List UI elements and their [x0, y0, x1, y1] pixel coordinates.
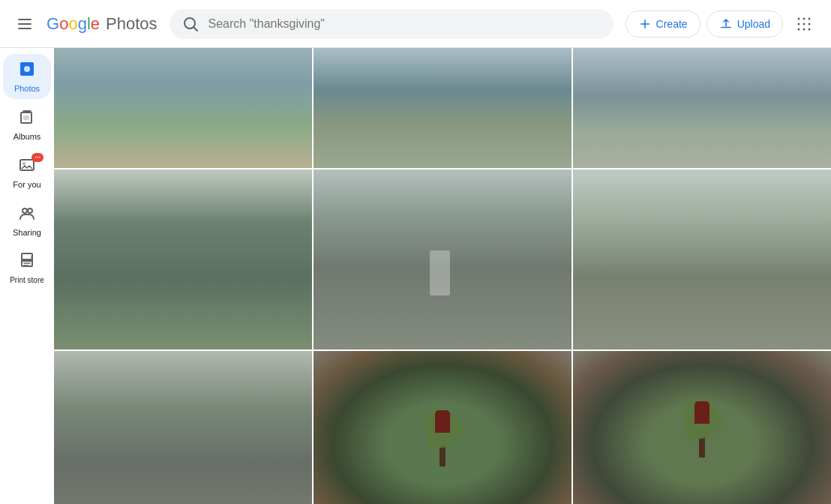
svg-point-7 [798, 22, 800, 25]
photos-icon [18, 60, 36, 81]
grid-dots-icon [795, 15, 813, 33]
photo-cell-1[interactable] [54, 48, 312, 168]
photo-cell-2[interactable] [314, 48, 572, 168]
svg-point-22 [31, 256, 33, 259]
sidebar-item-albums[interactable]: Albums [3, 102, 51, 147]
create-button[interactable]: Create [626, 10, 700, 38]
logo[interactable]: Google Photos [46, 14, 158, 34]
apps-button[interactable] [789, 9, 819, 39]
photo-cell-5[interactable] [314, 170, 572, 350]
header: Google Photos Create Upload [0, 0, 831, 48]
photo-cell-3[interactable] [573, 48, 831, 168]
header-left: Google Photos [12, 13, 158, 35]
logo-google: Google [46, 14, 100, 34]
sidebar-item-photos-label: Photos [14, 84, 40, 93]
svg-point-9 [808, 22, 811, 25]
search-input[interactable] [208, 17, 602, 31]
sidebar: Photos Albums ··· Fo [0, 48, 54, 504]
svg-rect-16 [23, 116, 29, 120]
menu-button[interactable] [12, 13, 38, 35]
logo-photos-text: Photos [106, 14, 158, 34]
svg-point-10 [798, 28, 800, 30]
photo-cell-4[interactable] [54, 170, 312, 350]
search-bar[interactable] [170, 9, 614, 39]
svg-point-8 [803, 22, 806, 25]
photo-row-3 [54, 351, 831, 504]
sidebar-item-photos[interactable]: Photos [3, 54, 51, 99]
sidebar-item-sharing[interactable]: Sharing [3, 198, 51, 243]
svg-point-11 [803, 28, 806, 30]
photo-row-2 [54, 170, 831, 350]
for-you-badge: ··· [32, 153, 44, 162]
plus-icon [638, 17, 652, 31]
albums-icon [18, 108, 36, 129]
svg-point-4 [798, 17, 800, 20]
sidebar-item-albums-label: Albums [14, 132, 41, 141]
sharing-icon [18, 204, 36, 225]
svg-point-6 [808, 17, 811, 20]
svg-point-12 [808, 28, 811, 30]
photo-cell-7[interactable] [54, 351, 312, 504]
photo-row-1 [54, 48, 831, 168]
svg-point-14 [24, 66, 30, 72]
svg-point-19 [22, 208, 27, 213]
svg-point-18 [22, 162, 26, 165]
search-icon [182, 15, 200, 33]
sidebar-item-sharing-label: Sharing [13, 228, 41, 237]
photo-cell-9[interactable] [573, 351, 831, 504]
print-store-icon [18, 252, 36, 273]
sidebar-item-for-you[interactable]: ··· For you [3, 150, 51, 195]
svg-line-1 [194, 27, 197, 31]
photo-cell-6[interactable] [573, 170, 831, 350]
upload-icon [719, 17, 733, 31]
sidebar-item-print-store-label: Print store [10, 276, 44, 284]
upload-button[interactable]: Upload [706, 10, 783, 38]
svg-point-5 [803, 17, 806, 20]
photo-grid-container [54, 48, 831, 504]
photo-cell-8[interactable] [314, 351, 572, 504]
sidebar-item-print-store[interactable]: Print store [3, 246, 51, 290]
sidebar-item-for-you-label: For you [13, 180, 40, 189]
svg-point-20 [28, 208, 32, 213]
header-right: Create Upload [626, 9, 819, 39]
main-content: Photos Albums ··· Fo [0, 48, 831, 504]
